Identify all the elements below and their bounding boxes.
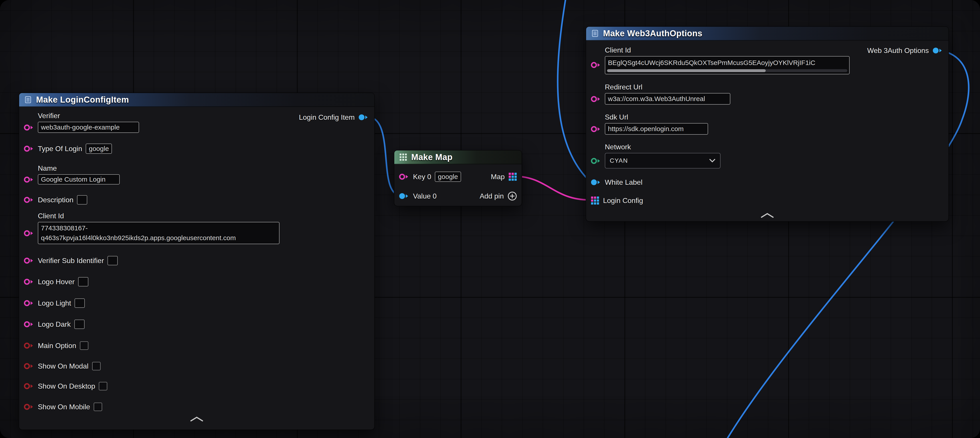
node-header-drag-handle[interactable]: Make Map [394,150,522,164]
pin-map-output[interactable] [508,172,517,181]
logo-hover-input[interactable] [78,277,88,287]
client-id-text: BEglQSgt4cUWcj6SKRdu5QkOXTsePmMcusG5EAoy… [608,58,815,67]
field-label: Show On Desktop [38,382,95,390]
pin-logo-hover[interactable] [24,278,34,285]
field-label: Description [38,196,73,204]
chevron-down-icon [709,159,716,163]
logo-light-input[interactable] [75,298,85,308]
field-verifier-sub-identifier: Verifier Sub Identifier [24,255,118,266]
add-pin-label: Add pin [480,192,504,200]
field-label: Value 0 [413,192,437,200]
pin-main-option[interactable] [24,342,34,349]
field-description: Description [24,194,87,205]
pin-verifier[interactable] [24,124,34,131]
field-label: Sdk Url [605,113,628,121]
field-redirect-url: Redirect Url w3a://com.w3a.Web3AuthUnrea… [590,83,730,105]
description-input[interactable] [77,195,87,204]
node-make-loginconfigitem[interactable]: Make LoginConfigItem Login Config Item V… [19,92,375,430]
pin-white-label[interactable] [590,178,601,186]
field-label: Logo Hover [38,278,75,286]
chevron-up-icon[interactable] [760,213,775,218]
field-label: Verifier Sub Identifier [38,256,104,265]
name-input[interactable]: Google Custom Login [38,174,120,185]
output-row-login-config-item: Login Config Item [299,111,369,123]
plus-circle-icon[interactable] [508,191,517,201]
node-make-web3authoptions[interactable]: Make Web3AuthOptions Web 3Auth Options C… [586,26,949,222]
field-label: Type Of Login [38,145,82,153]
struct-node-icon [591,29,599,37]
node-make-map[interactable]: Make Map Key 0 google Map Value 0 Add pi… [394,150,522,206]
field-label: Login Config [603,196,643,205]
field-label: Verifier [38,112,60,120]
pin-logo-dark[interactable] [24,320,34,328]
redirect-url-input[interactable]: w3a://com.w3a.Web3AuthUnreal [605,93,730,105]
blueprint-graph-canvas[interactable]: Make LoginConfigItem Login Config Item V… [0,0,980,438]
pin-description[interactable] [24,196,34,204]
verifier-sub-identifier-input[interactable] [108,256,118,265]
output-row-map: Map [491,171,517,183]
pin-client-id[interactable] [24,229,34,237]
key0-input[interactable]: google [435,172,461,182]
field-label: Logo Light [38,299,71,307]
field-sdk-url: Sdk Url https://sdk.openlogin.com [590,113,708,135]
field-label: Show On Mobile [38,403,90,411]
show-on-desktop-checkbox[interactable] [99,382,107,390]
pin-type-of-login[interactable] [24,145,34,153]
client-id-input[interactable]: 774338308167-q463s7kpvja16l4l0kko3nb925i… [38,222,280,244]
node-header-drag-handle[interactable]: Make Web3AuthOptions [586,27,948,40]
field-show-on-desktop: Show On Desktop [24,381,107,392]
struct-node-icon [24,96,32,104]
scrollbar-thumb[interactable] [607,69,766,72]
field-client-id: Client Id BEglQSgt4cUWcj6SKRdu5QkOXTsePm… [590,46,850,74]
field-label: Main Option [38,342,76,350]
pin-web3auth-options-output[interactable] [932,47,943,54]
pin-show-on-desktop[interactable] [24,382,34,390]
output-row-web3auth-options: Web 3Auth Options [867,45,943,56]
field-logo-hover: Logo Hover [24,276,88,288]
field-label: Logo Dark [38,320,71,328]
horizontal-scrollbar[interactable] [607,69,847,72]
show-on-mobile-checkbox[interactable] [94,403,102,411]
field-label: Key 0 [413,173,431,181]
wire-map-to-login-config[interactable] [516,176,589,200]
sdk-url-input[interactable]: https://sdk.openlogin.com [605,123,708,135]
add-pin-row: Add pin [480,190,517,202]
pin-key0[interactable] [399,173,409,180]
pin-label-login-config-item: Login Config Item [299,113,355,121]
pin-client-id[interactable] [590,61,601,69]
pin-name[interactable] [24,176,34,183]
show-on-modal-checkbox[interactable] [92,362,100,370]
pin-sdk-url[interactable] [590,125,601,133]
field-name: Name Google Custom Login [24,164,120,185]
field-show-on-mobile: Show On Mobile [24,401,102,413]
main-option-checkbox[interactable] [80,341,88,350]
field-label: Client Id [38,212,64,220]
chevron-up-icon[interactable] [189,416,204,422]
type-of-login-input[interactable]: google [86,143,112,154]
pin-logo-light[interactable] [24,299,34,307]
pin-redirect-url[interactable] [590,95,601,103]
network-dropdown[interactable]: CYAN [605,153,721,169]
field-logo-light: Logo Light [24,297,85,309]
pin-value0[interactable] [399,192,409,200]
client-id-input[interactable]: BEglQSgt4cUWcj6SKRdu5QkOXTsePmMcusG5EAoy… [605,56,850,74]
node-header-drag-handle[interactable]: Make LoginConfigItem [19,93,374,107]
pin-login-config[interactable] [590,196,600,205]
logo-dark-input[interactable] [74,320,84,329]
field-label: Show On Modal [38,362,89,370]
field-main-option: Main Option [24,340,88,351]
wire-top-to-white-label[interactable] [558,0,590,182]
field-value0: Value 0 [399,190,437,202]
network-selected-value: CYAN [610,157,628,164]
pin-login-config-item-output[interactable] [358,113,369,121]
field-label: Client Id [605,46,631,54]
pin-show-on-modal[interactable] [24,362,34,370]
field-label: Name [38,164,57,172]
verifier-input[interactable]: web3auth-google-example [38,122,139,133]
pin-network[interactable] [590,157,601,165]
pin-show-on-mobile[interactable] [24,403,34,411]
pin-verifier-sub-identifier[interactable] [24,257,34,264]
field-logo-dark: Logo Dark [24,319,84,330]
field-key0: Key 0 google [399,171,461,183]
field-label: Network [605,143,631,151]
